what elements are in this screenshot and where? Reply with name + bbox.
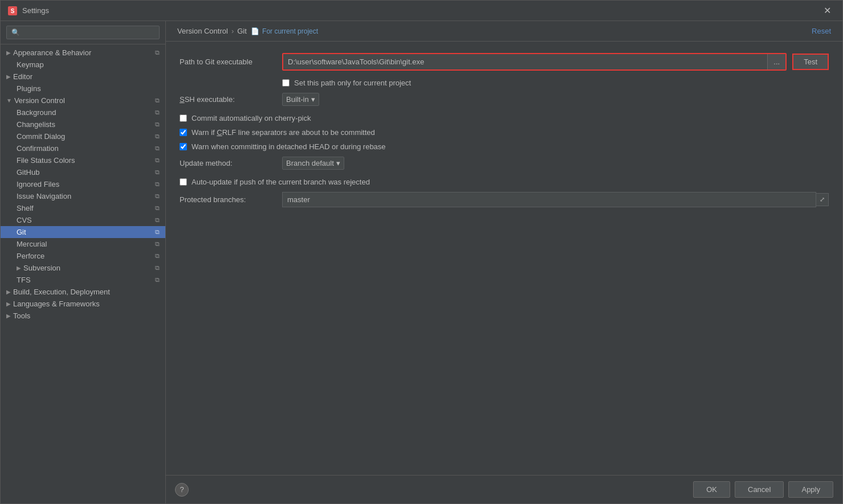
copy-icon: ⧉: [155, 264, 160, 272]
search-input[interactable]: [6, 26, 160, 39]
autoupdate-checkbox-row: Auto-update if push of the current branc…: [180, 178, 829, 186]
protected-branches-row: Protected branches: ⤢: [180, 192, 829, 207]
sidebar-item-changelists[interactable]: Changelists ⧉: [1, 118, 165, 130]
cherry-pick-checkbox[interactable]: [180, 114, 187, 122]
copy-icon: ⧉: [155, 145, 160, 152]
cancel-button[interactable]: Cancel: [735, 481, 784, 498]
update-method-select[interactable]: Branch default ▾: [282, 157, 344, 170]
protected-label: Protected branches:: [180, 195, 282, 204]
copy-icon: ⧉: [155, 276, 160, 284]
sidebar-item-label: Build, Execution, Deployment: [13, 288, 160, 296]
sidebar-item-mercurial[interactable]: Mercurial ⧉: [1, 238, 165, 250]
current-project-label[interactable]: Set this path only for current project: [294, 79, 411, 87]
crlf-checkbox-row: Warn if CRLF line separators are about t…: [180, 128, 829, 137]
project-icon: 📄: [251, 27, 259, 35]
detached-head-label[interactable]: Warn when committing in detached HEAD or…: [192, 142, 386, 151]
protected-branches-input[interactable]: [282, 192, 816, 207]
title-bar: S Settings ✕: [1, 1, 842, 21]
sidebar-item-label: File Status Colors: [17, 156, 155, 165]
breadcrumb: Version Control › Git 📄 For current proj…: [177, 27, 812, 35]
detached-head-checkbox-row: Warn when committing in detached HEAD or…: [180, 142, 829, 151]
update-dropdown-icon: ▾: [336, 159, 340, 167]
breadcrumb-git: Git: [237, 27, 247, 35]
arrow-icon: ▶: [6, 301, 11, 307]
sidebar-item-label: Keymap: [17, 60, 160, 69]
sidebar-item-languages[interactable]: ▶ Languages & Frameworks: [1, 298, 165, 310]
sidebar-item-build[interactable]: ▶ Build, Execution, Deployment: [1, 286, 165, 298]
copy-icon: ⧉: [155, 252, 160, 260]
content-area: Version Control › Git 📄 For current proj…: [166, 21, 842, 503]
copy-icon: ⧉: [155, 157, 160, 164]
git-executable-label: Path to Git executable: [180, 58, 282, 66]
sidebar-item-tools[interactable]: ▶ Tools: [1, 310, 165, 322]
reset-button[interactable]: Reset: [812, 27, 831, 35]
sidebar-item-confirmation[interactable]: Confirmation ⧉: [1, 142, 165, 154]
sidebar-item-label: Languages & Frameworks: [13, 300, 160, 308]
sidebar-item-plugins[interactable]: Plugins: [1, 83, 165, 95]
sidebar-item-file-status-colors[interactable]: File Status Colors ⧉: [1, 154, 165, 166]
sidebar-item-perforce[interactable]: Perforce ⧉: [1, 250, 165, 262]
update-method-row: Update method: Branch default ▾: [180, 157, 829, 170]
copy-icon: ⧉: [155, 192, 160, 200]
sidebar-item-label: Subversion: [23, 264, 155, 272]
sidebar-item-keymap[interactable]: Keymap: [1, 59, 165, 71]
sidebar-item-ignored-files[interactable]: Ignored Files ⧉: [1, 178, 165, 190]
ok-button[interactable]: OK: [693, 481, 730, 498]
copy-icon: ⧉: [155, 133, 160, 140]
copy-icon: ⧉: [155, 121, 160, 128]
bottom-left: ?: [175, 483, 189, 497]
sidebar-item-appearance[interactable]: ▶ Appearance & Behavior ⧉: [1, 47, 165, 59]
window-title: Settings: [22, 6, 819, 15]
sidebar-item-label: Editor: [13, 72, 160, 81]
ssh-value: Built-in: [286, 95, 309, 104]
sidebar-item-label: Version Control: [14, 96, 155, 105]
sidebar-item-label: Mercurial: [17, 240, 155, 248]
content-header: Version Control › Git 📄 For current proj…: [166, 21, 842, 42]
sidebar-item-label: Shelf: [17, 204, 155, 212]
apply-button[interactable]: Apply: [788, 481, 833, 498]
browse-button[interactable]: ...: [767, 54, 785, 69]
protected-expand-button[interactable]: ⤢: [816, 193, 829, 206]
crlf-checkbox[interactable]: [180, 129, 187, 136]
current-project-checkbox[interactable]: [282, 79, 290, 87]
sidebar-item-github[interactable]: GitHub ⧉: [1, 166, 165, 178]
ssh-select[interactable]: Built-in ▾: [282, 93, 319, 106]
test-button[interactable]: Test: [792, 54, 829, 70]
sidebar-item-cvs[interactable]: CVS ⧉: [1, 214, 165, 226]
sidebar-item-background[interactable]: Background ⧉: [1, 106, 165, 118]
help-button[interactable]: ?: [175, 483, 189, 497]
sidebar-item-git[interactable]: Git ⧉: [1, 226, 165, 238]
project-label: For current project: [262, 27, 318, 35]
copy-icon: ⧉: [155, 109, 160, 116]
sidebar-item-subversion[interactable]: ▶ Subversion ⧉: [1, 262, 165, 274]
breadcrumb-version-control[interactable]: Version Control: [177, 27, 228, 35]
autoupdate-checkbox[interactable]: [180, 178, 187, 186]
copy-icon: ⧉: [155, 49, 160, 56]
arrow-icon: ▶: [6, 50, 11, 56]
sidebar-item-label: Appearance & Behavior: [13, 48, 155, 57]
sidebar-item-issue-navigation[interactable]: Issue Navigation ⧉: [1, 190, 165, 202]
sidebar-tree: ▶ Appearance & Behavior ⧉ Keymap ▶ Edito…: [1, 44, 165, 503]
current-project-checkbox-row: Set this path only for current project: [282, 79, 829, 87]
update-method-value: Branch default: [286, 159, 334, 167]
ssh-row: SSH executable: Built-in ▾: [180, 93, 829, 106]
sidebar-item-tfs[interactable]: TFS ⧉: [1, 274, 165, 286]
sidebar-item-version-control[interactable]: ▼ Version Control ⧉: [1, 95, 165, 106]
sidebar-item-editor[interactable]: ▶ Editor: [1, 71, 165, 83]
path-input-group: ...: [282, 53, 787, 71]
cherry-pick-label[interactable]: Commit automatically on cherry-pick: [192, 114, 311, 122]
ssh-dropdown-icon: ▾: [311, 95, 315, 104]
sidebar: ▶ Appearance & Behavior ⧉ Keymap ▶ Edito…: [1, 21, 166, 503]
sidebar-item-label: Tools: [13, 312, 160, 320]
detached-head-checkbox[interactable]: [180, 143, 187, 150]
autoupdate-label[interactable]: Auto-update if push of the current branc…: [192, 178, 370, 186]
settings-window: S Settings ✕ ▶ Appearance & Behavior ⧉ K…: [0, 0, 843, 504]
copy-icon: ⧉: [155, 240, 160, 248]
close-button[interactable]: ✕: [819, 3, 836, 18]
crlf-label[interactable]: Warn if CRLF line separators are about t…: [192, 128, 375, 137]
sidebar-item-shelf[interactable]: Shelf ⧉: [1, 202, 165, 214]
sidebar-item-commit-dialog[interactable]: Commit Dialog ⧉: [1, 130, 165, 142]
sidebar-item-label: Plugins: [17, 84, 160, 93]
arrow-icon: ▶: [6, 313, 11, 319]
git-path-input[interactable]: [283, 54, 767, 69]
